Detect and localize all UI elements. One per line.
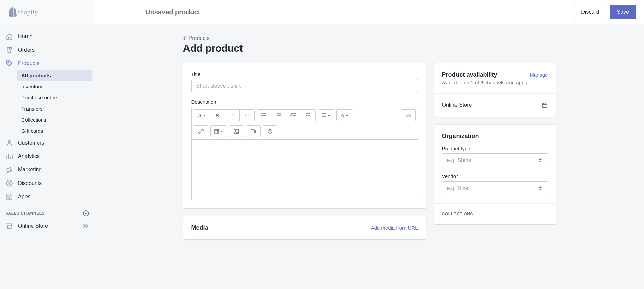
rte-italic-button[interactable]: I xyxy=(225,109,240,121)
rte-link-button[interactable] xyxy=(194,125,208,137)
svg-point-12 xyxy=(262,115,262,116)
rte-underline-button[interactable]: U xyxy=(240,109,255,121)
nav-products-label: Products xyxy=(18,60,39,66)
availability-card: Product availability Manage Available on… xyxy=(434,63,556,117)
nav-analytics[interactable]: Analytics xyxy=(0,150,95,163)
svg-rect-7 xyxy=(10,197,12,199)
media-heading: Media xyxy=(191,224,208,231)
svg-text:3: 3 xyxy=(276,116,276,118)
shopify-logo: shopify xyxy=(6,6,48,18)
nav-orders[interactable]: Orders xyxy=(0,43,95,57)
view-store-icon[interactable] xyxy=(81,222,89,230)
product-basics-card: Title Description A B I xyxy=(183,63,426,208)
logo-area: shopify xyxy=(0,0,95,24)
product-type-stepper[interactable] xyxy=(533,153,548,167)
add-media-url-link[interactable]: Add media from URL xyxy=(371,225,418,231)
availability-summary: Available on 1 of 6 channels and apps xyxy=(442,80,548,85)
topbar: shopify Unsaved product Discard Save xyxy=(0,0,644,24)
rte-outdent-button[interactable] xyxy=(286,109,301,121)
add-channel-icon[interactable] xyxy=(83,210,89,217)
sidebar: Home Orders Products All products Invent… xyxy=(0,24,95,289)
rte-clear-format-button[interactable] xyxy=(263,125,277,137)
svg-point-2 xyxy=(8,140,11,143)
manage-availability-link[interactable]: Manage xyxy=(530,72,548,78)
vendor-stepper[interactable] xyxy=(533,181,548,195)
rte-toolbar: A B I U xyxy=(192,107,418,140)
discounts-icon xyxy=(5,179,13,187)
channel-online-store[interactable]: Online Store xyxy=(0,219,95,233)
title-input[interactable] xyxy=(191,79,418,93)
home-icon xyxy=(5,32,13,41)
topbar-actions: Discard Save xyxy=(574,5,636,19)
svg-rect-8 xyxy=(7,197,9,199)
apps-icon xyxy=(5,193,13,201)
calendar-icon[interactable] xyxy=(541,102,548,109)
svg-point-1 xyxy=(8,62,9,63)
svg-point-19 xyxy=(235,130,235,131)
nav-discounts-label: Discounts xyxy=(18,180,42,186)
rte-format-button[interactable]: A xyxy=(194,109,210,121)
subnav-inventory[interactable]: Inventory xyxy=(17,81,92,92)
main-content: Products Add product Title Description xyxy=(95,24,644,289)
nav-home[interactable]: Home xyxy=(0,30,95,43)
rte-bold-button[interactable]: B xyxy=(210,109,225,121)
marketing-icon xyxy=(5,166,13,174)
breadcrumb-back[interactable]: Products xyxy=(183,35,210,41)
discard-button[interactable]: Discard xyxy=(574,5,606,19)
svg-rect-6 xyxy=(7,194,9,196)
rte-align-button[interactable] xyxy=(318,109,334,121)
rte-table-button[interactable] xyxy=(210,125,227,137)
svg-rect-17 xyxy=(215,129,219,133)
save-button[interactable]: Save xyxy=(610,5,636,19)
svg-rect-20 xyxy=(251,130,254,133)
availability-channel: Online Store xyxy=(442,102,472,108)
description-label: Description xyxy=(191,99,418,105)
rte-video-button[interactable] xyxy=(246,125,261,137)
rte-number-list-button[interactable]: 123 xyxy=(271,109,286,121)
topbar-main: Unsaved product Discard Save xyxy=(95,0,644,24)
description-input[interactable] xyxy=(192,140,418,200)
nav-customers[interactable]: Customers xyxy=(0,136,95,150)
nav-products[interactable]: Products xyxy=(0,57,95,70)
nav-customers-label: Customers xyxy=(18,140,44,146)
nav-marketing-label: Marketing xyxy=(18,167,42,173)
organization-heading: Organization xyxy=(442,133,548,140)
product-type-input[interactable] xyxy=(442,153,533,167)
rte-indent-button[interactable] xyxy=(301,109,316,121)
products-icon xyxy=(5,59,13,67)
product-type-label: Product type xyxy=(442,146,548,151)
topbar-title: Unsaved product xyxy=(145,8,200,16)
vendor-label: Vendor xyxy=(442,173,548,179)
subnav-collections[interactable]: Collections xyxy=(17,114,92,125)
nav-marketing[interactable]: Marketing xyxy=(0,163,95,176)
nav-apps[interactable]: Apps xyxy=(0,190,95,203)
nav-home-label: Home xyxy=(18,33,33,40)
channel-online-store-label: Online Store xyxy=(18,223,48,229)
svg-rect-22 xyxy=(542,103,547,107)
svg-text:shopify: shopify xyxy=(18,9,38,16)
svg-point-13 xyxy=(262,117,262,117)
subnav-transfers[interactable]: Transfers xyxy=(17,103,92,114)
breadcrumb-label: Products xyxy=(189,35,210,41)
nav-discounts[interactable]: Discounts xyxy=(0,176,95,190)
subnav-all-products[interactable]: All products xyxy=(17,70,92,81)
availability-heading: Product availability xyxy=(442,71,497,78)
subnav-purchase-orders[interactable]: Purchase orders xyxy=(17,92,92,103)
svg-point-5 xyxy=(10,184,11,185)
sales-channels-header: Sales Channels xyxy=(0,203,95,219)
subnav-gift-cards[interactable]: Gift cards xyxy=(17,125,92,136)
svg-point-10 xyxy=(85,225,86,227)
collections-subheading: Collections xyxy=(442,212,548,216)
rte-html-button[interactable]: <> xyxy=(401,109,416,121)
rte-bullet-list-button[interactable] xyxy=(257,109,271,121)
organization-card: Organization Product type xyxy=(434,125,556,224)
rte-color-button[interactable]: A xyxy=(336,109,353,121)
chevron-left-icon xyxy=(183,36,186,41)
rte-image-button[interactable] xyxy=(229,125,244,137)
page-title: Add product xyxy=(183,43,556,54)
online-store-icon xyxy=(5,222,13,230)
nav-analytics-label: Analytics xyxy=(18,153,40,159)
vendor-input[interactable] xyxy=(442,181,533,195)
products-subnav: All products Inventory Purchase orders T… xyxy=(0,70,95,136)
nav-apps-label: Apps xyxy=(18,194,30,200)
